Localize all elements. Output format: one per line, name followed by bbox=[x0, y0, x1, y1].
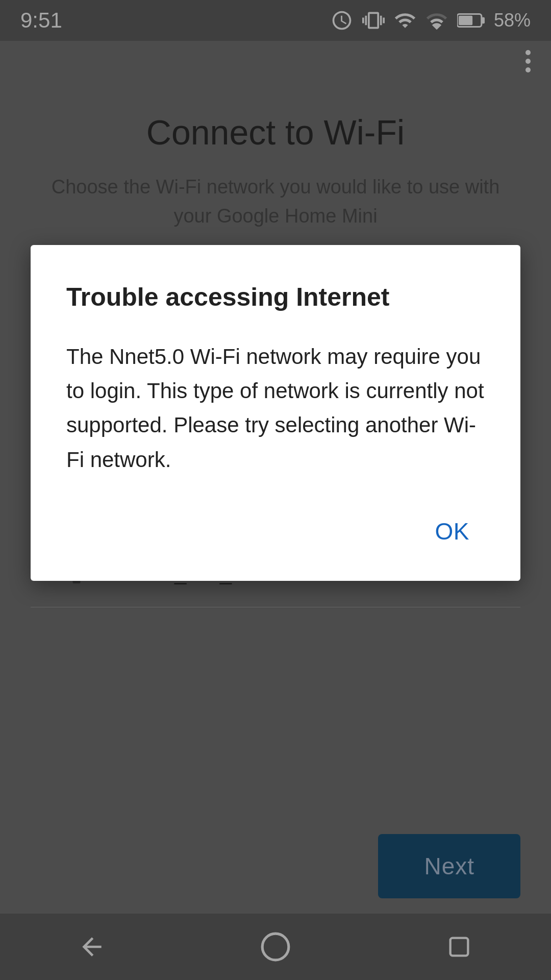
dialog-body: The Nnet5.0 Wi-Fi network may require yo… bbox=[66, 339, 485, 477]
dialog-title: Trouble accessing Internet bbox=[66, 281, 485, 314]
dialog-actions: OK bbox=[66, 507, 485, 555]
dialog-ok-button[interactable]: OK bbox=[420, 507, 485, 555]
dialog: Trouble accessing Internet The Nnet5.0 W… bbox=[31, 245, 520, 581]
